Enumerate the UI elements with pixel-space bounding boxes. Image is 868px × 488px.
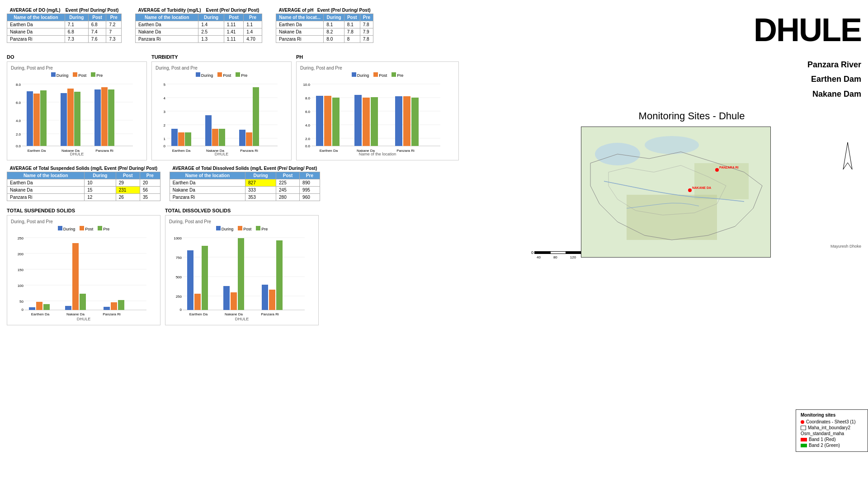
svg-text:Nakane Da: Nakane Da: [206, 149, 225, 152]
svg-text:8.0: 8.0: [305, 96, 311, 100]
map-svg: PANZARA RI NAKANE DA: [581, 127, 771, 258]
svg-text:0: 0: [180, 308, 182, 312]
bar: [118, 300, 124, 310]
tss-chart-title: During, Post and Pre: [11, 219, 156, 224]
map-area: PANZARA RI NAKANE DA: [522, 127, 861, 258]
do-th-post: Post: [88, 14, 106, 21]
bar: [276, 240, 283, 310]
tds-xlabel: DHULE: [169, 317, 315, 321]
bar: [316, 96, 323, 146]
table-row: Nakane Da2.51.411.4: [135, 28, 262, 36]
tds-section: TOTAL DISSOLVED SOLIDS During, Post and …: [165, 203, 319, 325]
table-row: Earthen Da102920: [7, 179, 160, 187]
tss-section: TOTAL SUSPENDED SOLIDS During, Post and …: [7, 203, 160, 325]
map-container: PANZARA RI NAKANE DA: [581, 127, 771, 258]
svg-text:0: 0: [164, 144, 166, 148]
ph-label: PH: [296, 54, 459, 60]
svg-text:Earthen Da: Earthen Da: [172, 149, 191, 152]
do-th-during: During: [65, 14, 88, 21]
svg-text:Nakane Da: Nakane Da: [61, 149, 80, 152]
tss-caption: AVERAGE of Total Suspended Solids (mg/L …: [7, 165, 160, 172]
turbidity-legend: During Post Pre: [156, 72, 288, 78]
panzara-point: [715, 168, 719, 172]
do-chart-svg: 8.0 6.0 4.0 2.0 0.0: [11, 80, 137, 152]
ph-th-during: During: [324, 14, 344, 21]
legend-post: Post: [217, 72, 231, 78]
bar: [101, 87, 108, 146]
legend-during: During: [216, 226, 234, 231]
bar: [239, 130, 245, 146]
table-row: Nakane Da8.27.87.9: [276, 28, 373, 36]
svg-text:Panzara Ri: Panzara Ri: [396, 149, 415, 152]
svg-text:500: 500: [176, 275, 182, 279]
bar: [65, 306, 71, 310]
tds-label: TOTAL DISSOLVED SOLIDS: [165, 208, 319, 213]
svg-text:10.0: 10.0: [303, 83, 310, 87]
svg-text:Nakane Da: Nakane Da: [357, 149, 375, 152]
tss-chart-svg: 250 200 150 100 50 0: [11, 233, 151, 317]
bar: [262, 285, 268, 310]
charts-row-1: DO During, Post and Pre During Post Pre …: [7, 50, 509, 160]
bar: [29, 307, 35, 310]
tds-chart-title: During, Post and Pre: [169, 219, 315, 224]
tds-chart-box: During, Post and Pre During Post Pre 100…: [165, 215, 319, 325]
north-arrow-container: [834, 140, 861, 177]
turbidity-label: TURBIDITY: [151, 54, 292, 60]
monitoring-sites-title: Monitoring Sites - Dhule: [522, 110, 861, 122]
svg-text:Earthen Da: Earthen Da: [320, 149, 338, 152]
do-chart-box: During, Post and Pre During Post Pre 8.0…: [7, 61, 147, 160]
ph-th-pre: Pre: [360, 14, 373, 21]
bar: [332, 98, 340, 146]
bar: [202, 246, 208, 310]
svg-text:100: 100: [18, 284, 24, 288]
tds-th-pre: Pre: [300, 172, 320, 179]
svg-text:Nakane Da: Nakane Da: [66, 312, 85, 316]
svg-text:Earthen Da: Earthen Da: [28, 149, 46, 152]
tss-th-post: Post: [116, 172, 140, 179]
ph-table-container: AVERAGE of pH Event (Pre/ During/ Post) …: [276, 7, 373, 43]
legend-pre: Pre: [236, 72, 247, 78]
legend-pre: Pre: [91, 72, 103, 78]
tds-table: AVERAGE of Total Dissolved Solids (mg/L …: [170, 165, 320, 201]
bar: [43, 304, 50, 310]
bar: [253, 87, 259, 146]
tds-th-during: During: [245, 172, 276, 179]
svg-text:4.0: 4.0: [16, 119, 21, 123]
do-section: DO During, Post and Pre During Post Pre …: [7, 50, 147, 160]
svg-text:Earthen Da: Earthen Da: [31, 312, 50, 316]
bar: [269, 290, 275, 310]
bar: [238, 238, 244, 310]
turbidity-chart-title: During, Post and Pre: [156, 66, 288, 70]
bar: [212, 129, 218, 146]
legend-post: Post: [80, 226, 93, 231]
bar: [403, 96, 410, 146]
bar: [223, 286, 230, 310]
table-row: Earthen Da827225890: [170, 179, 320, 187]
bar: [205, 115, 212, 146]
bar: [185, 132, 191, 146]
turb-caption: AVERAGE of Turbidity (mg/L) Event (Pre/ …: [135, 7, 262, 14]
table-row: Earthen Da1.41.111.1: [135, 21, 262, 28]
legend-osm: Osm_standard_maha: [801, 431, 863, 436]
table-row: Panzara Ri7.37.67.3: [7, 36, 122, 43]
legend-label-osm: Osm_standard_maha: [801, 431, 844, 436]
svg-text:Panzara Ri: Panzara Ri: [261, 312, 279, 316]
tss-th-pre: Pre: [140, 172, 160, 179]
legend-pre: Pre: [392, 72, 403, 78]
do-xlabel: DHULE: [11, 152, 143, 156]
svg-text:Nakane Da: Nakane Da: [225, 312, 243, 316]
bar: [354, 95, 362, 146]
do-legend: During Post Pre: [11, 72, 143, 78]
tss-xlabel: DHULE: [11, 317, 156, 321]
bar: [67, 89, 74, 146]
bar: [80, 294, 86, 310]
legend-square-boundary: [801, 426, 806, 430]
ph-th-post: Post: [344, 14, 360, 21]
svg-text:Earthen Da: Earthen Da: [189, 312, 208, 316]
right-panel: DHULE Panzara River Earthen Dam Nakane D…: [515, 0, 868, 488]
legend-circle-red: [801, 420, 804, 424]
do-th-name: Name of the location: [7, 14, 65, 21]
svg-text:Panzara Ri: Panzara Ri: [95, 149, 113, 152]
svg-text:3: 3: [164, 110, 166, 114]
legend-band1: Band 1 (Red): [801, 437, 863, 442]
